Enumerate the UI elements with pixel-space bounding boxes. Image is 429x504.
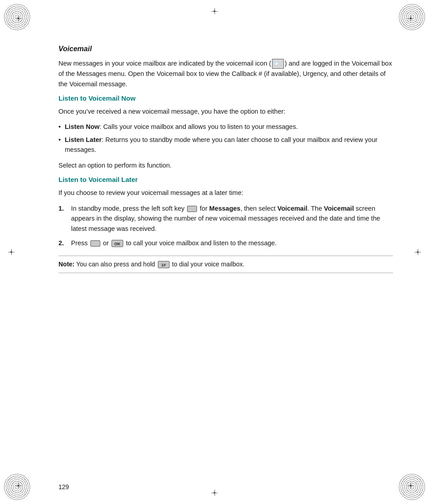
listen-now-intro: Once you’ve received a new voicemail mes… — [58, 106, 393, 116]
corner-decoration-bottom-right — [394, 469, 425, 500]
options-list: Listen Now: Calls your voice mailbox and… — [58, 122, 393, 155]
crosshair-left-mid — [9, 250, 13, 254]
note-box: Note: You can also press and hold 1# to … — [58, 256, 393, 273]
steps-list: 1. In standby mode, press the left soft … — [58, 203, 393, 248]
corner-decoration-bottom-left — [4, 469, 35, 500]
messages-label: Messages — [209, 205, 240, 212]
ok-icon: OK — [112, 240, 123, 247]
crosshair-right-mid — [416, 250, 420, 254]
listen-later-label: Listen Later — [65, 136, 102, 143]
corner-decoration-top-right — [394, 4, 425, 35]
voicemail-icon: 📨 — [272, 59, 284, 69]
onestar-key-icon: 1# — [158, 261, 170, 268]
step-2-number: 2. — [58, 238, 64, 248]
listen-later-description: : Returns you to standby mode where you … — [65, 136, 378, 153]
list-item-listen-now: Listen Now: Calls your voice mailbox and… — [58, 122, 393, 132]
section1-closing: Select an option to perform its function… — [58, 160, 393, 170]
step-2-text: Press or OK to call your voice mailbox a… — [71, 239, 277, 247]
note-text: You can also press and hold 1# to dial y… — [76, 261, 244, 268]
softkey-icon-step1 — [187, 206, 197, 212]
softkey-icon-step2 — [90, 240, 100, 247]
voicemail-label-step1: Voicemail — [277, 205, 308, 212]
subheading-listen-now: Listen to Voicemail Now — [58, 94, 393, 102]
note-label: Note: — [58, 261, 75, 268]
voicemail-label-step1b: Voicemail — [324, 205, 354, 212]
section2-intro: If you choose to review your voicemail m… — [58, 188, 393, 198]
step-2: 2. Press or OK to call your voice mailbo… — [58, 238, 393, 248]
intro-paragraph: New messages in your voice mailbox are i… — [58, 58, 393, 89]
list-item-listen-later: Listen Later: Returns you to standby mod… — [58, 135, 393, 155]
listen-now-description: : Calls your voice mailbox and allows yo… — [99, 123, 298, 130]
subheading-listen-later: Listen to Voicemail Later — [58, 176, 393, 183]
section-heading-voicemail: Voicemail — [58, 45, 393, 53]
crosshair-bottom-center — [212, 491, 217, 495]
step-1: 1. In standby mode, press the left soft … — [58, 203, 393, 234]
page-number: 129 — [58, 483, 69, 491]
step-1-text: In standby mode, press the left soft key… — [71, 205, 380, 232]
main-content: Voicemail New messages in your voice mai… — [58, 45, 393, 450]
crosshair-top-center — [212, 9, 217, 13]
step-1-number: 1. — [58, 203, 64, 213]
listen-now-label: Listen Now — [65, 123, 99, 130]
corner-decoration-top-left — [4, 4, 35, 35]
